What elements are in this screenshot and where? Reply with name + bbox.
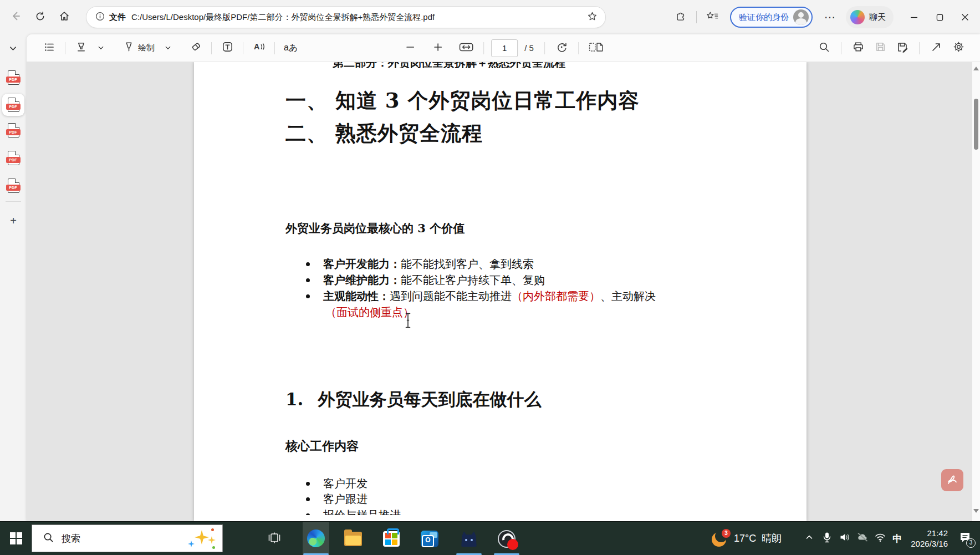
fullscreen-button[interactable] bbox=[927, 39, 946, 58]
fit-to-width-button[interactable] bbox=[456, 39, 476, 58]
erase-tool-button[interactable] bbox=[186, 39, 205, 58]
add-favorite-star-icon[interactable] bbox=[587, 11, 598, 24]
toolbar-separator bbox=[65, 42, 65, 54]
tab-pdf-2-active[interactable]: PDF bbox=[2, 94, 24, 116]
microphone-tray-button[interactable] bbox=[819, 530, 835, 547]
settings-button[interactable] bbox=[949, 39, 968, 58]
draw-tool-button[interactable]: 绘制 bbox=[120, 39, 157, 58]
verify-identity-button[interactable]: 验证你的身份 bbox=[730, 7, 813, 28]
toolbar-separator bbox=[578, 42, 579, 54]
draw-label: 绘制 bbox=[138, 43, 155, 53]
address-bar[interactable]: 文件 C:/Users/L/Desktop/最终版PDF/第二部分：外贸岗位全景… bbox=[86, 6, 606, 28]
tab-pdf-5[interactable]: PDF bbox=[2, 175, 24, 197]
star-list-icon bbox=[706, 11, 718, 24]
text-cursor bbox=[405, 313, 411, 330]
search-document-button[interactable] bbox=[815, 39, 834, 58]
taskbar-obs-button[interactable] bbox=[496, 528, 517, 549]
ellipsis-icon: ⋯ bbox=[824, 14, 836, 20]
task-view-button[interactable] bbox=[264, 528, 285, 549]
browser-titlebar: 文件 C:/Users/L/Desktop/最终版PDF/第二部分：外贸岗位全景… bbox=[0, 0, 980, 34]
toc-button[interactable] bbox=[40, 39, 59, 58]
volume-tray-button[interactable] bbox=[836, 530, 853, 547]
save-as-button[interactable] bbox=[893, 39, 912, 58]
translate-icon: aあ bbox=[284, 42, 298, 54]
taskbar: 搜索 3 bbox=[0, 521, 980, 555]
weather-widget-icon[interactable]: 3 bbox=[712, 530, 728, 547]
clock-date: 2026/3/16 bbox=[911, 538, 948, 549]
taskbar-search-box[interactable]: 搜索 bbox=[32, 525, 223, 552]
doc-bullet-3: 主观能动性：遇到问题能不能主动推进（内外部都需要）、主动解决 bbox=[306, 288, 656, 304]
taskbar-outlook-button[interactable] bbox=[419, 528, 440, 549]
zoom-out-button[interactable] bbox=[401, 39, 420, 58]
taskbar-explorer-button[interactable] bbox=[343, 528, 364, 549]
bullet-dot bbox=[306, 294, 310, 298]
tabstrip-collapse-button[interactable] bbox=[6, 42, 20, 57]
copilot-icon bbox=[850, 10, 865, 24]
chevron-down-icon bbox=[98, 43, 104, 53]
translate-button[interactable]: aあ bbox=[281, 39, 300, 58]
speaker-icon bbox=[839, 532, 850, 544]
file-protocol-label: 文件 bbox=[109, 12, 126, 23]
text-box-icon bbox=[222, 41, 233, 55]
weather-temperature[interactable]: 17°C bbox=[734, 533, 756, 544]
new-tab-button[interactable]: + bbox=[6, 213, 21, 228]
printer-icon bbox=[853, 41, 864, 55]
screen: 文件 C:/Users/L/Desktop/最终版PDF/第二部分：外贸岗位全景… bbox=[0, 0, 980, 555]
recording-badge bbox=[507, 539, 518, 550]
scrollbar-thumb[interactable] bbox=[974, 99, 978, 150]
doc-section-heading: 1.外贸业务员每天到底在做什么 bbox=[285, 388, 541, 411]
obs-studio-icon bbox=[498, 530, 515, 548]
minimize-button[interactable] bbox=[901, 6, 927, 29]
scroll-down-arrow[interactable] bbox=[973, 509, 979, 513]
start-button[interactable] bbox=[8, 530, 24, 547]
pdf-file-icon: PDF bbox=[8, 123, 19, 138]
tab-pdf-4[interactable]: PDF bbox=[2, 147, 24, 169]
maximize-button[interactable] bbox=[927, 6, 952, 29]
scroll-up-arrow[interactable] bbox=[973, 67, 979, 70]
taskbar-edge-button[interactable] bbox=[303, 522, 329, 555]
network-tray-button[interactable] bbox=[872, 530, 889, 547]
doc-heading-line1: 一、 知道 3 个外贸岗位日常工作内容 bbox=[285, 84, 639, 117]
edge-icon bbox=[307, 529, 325, 547]
clipped-text-top: 第二部分：外贸岗位全景拆解＋熟悉外贸全流程 bbox=[333, 62, 643, 68]
zoom-in-button[interactable] bbox=[428, 39, 447, 58]
taskbar-cat-app-button[interactable] bbox=[458, 528, 479, 549]
add-text-button[interactable] bbox=[218, 39, 237, 58]
highlight-tool-button[interactable] bbox=[72, 39, 90, 58]
rotate-button[interactable] bbox=[552, 39, 571, 58]
bullet-dot bbox=[306, 262, 310, 266]
tab-pdf-3[interactable]: PDF bbox=[2, 119, 24, 141]
tabstrip-separator bbox=[6, 201, 21, 202]
print-button[interactable] bbox=[849, 39, 867, 58]
back-button[interactable] bbox=[3, 6, 28, 28]
onedrive-tray-button[interactable] bbox=[854, 530, 871, 547]
weather-description[interactable]: 晴朗 bbox=[762, 532, 782, 545]
acrobat-overlay-button[interactable] bbox=[941, 469, 963, 491]
favorites-button[interactable] bbox=[700, 6, 724, 28]
read-aloud-button[interactable]: A bbox=[249, 39, 268, 58]
extensions-button[interactable] bbox=[668, 6, 693, 28]
arrow-left-icon bbox=[10, 11, 21, 24]
highlight-options-chevron[interactable] bbox=[91, 39, 110, 58]
ime-indicator[interactable]: 中 bbox=[892, 532, 902, 545]
pdf-file-icon: PDF bbox=[8, 70, 19, 85]
scrollbar[interactable] bbox=[972, 62, 980, 521]
page-view-button[interactable] bbox=[586, 39, 606, 58]
refresh-button[interactable] bbox=[28, 6, 52, 28]
bullet-text: 报价与样品推进 bbox=[323, 507, 401, 515]
tab-pdf-1[interactable]: PDF bbox=[2, 67, 24, 89]
more-menu-button[interactable]: ⋯ bbox=[818, 6, 843, 28]
taskbar-store-button[interactable] bbox=[381, 528, 402, 549]
pdf-viewport[interactable]: 第二部分：外贸岗位全景拆解＋熟悉外贸全流程 一、 知道 3 个外贸岗位日常工作内… bbox=[27, 62, 980, 521]
fit-width-icon bbox=[459, 42, 473, 55]
notification-center-button[interactable]: 3 bbox=[956, 529, 974, 548]
doc-heading-line2: 二、 熟悉外贸全流程 bbox=[285, 117, 639, 150]
close-button[interactable] bbox=[952, 6, 978, 29]
home-button[interactable] bbox=[52, 6, 76, 28]
weather-badge: 3 bbox=[722, 529, 731, 538]
page-number-input[interactable] bbox=[491, 39, 518, 57]
copilot-chat-button[interactable]: 聊天 bbox=[846, 6, 894, 28]
draw-options-chevron[interactable] bbox=[159, 39, 177, 58]
taskbar-clock[interactable]: 21:42 2026/3/16 bbox=[911, 528, 948, 549]
tray-expand-button[interactable] bbox=[801, 530, 818, 547]
